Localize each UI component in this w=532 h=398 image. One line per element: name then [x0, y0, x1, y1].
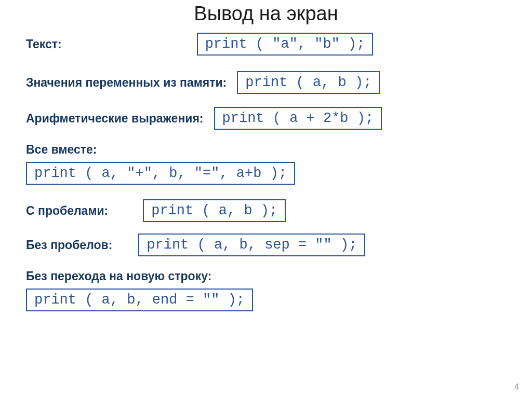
row-text: Текст: print ( "a", "b" ); [26, 33, 506, 56]
page-number: 4 [514, 382, 519, 392]
label-with-spaces: С пробелами: [26, 204, 108, 218]
label-arithmetic: Арифметические выражения: [26, 112, 204, 126]
code-without-spaces: print ( a, b, sep = "" ); [138, 234, 365, 256]
row-combined-code: print ( a, "+", b, "=", a+b ); [26, 162, 506, 185]
code-with-spaces: print ( a, b ); [143, 199, 286, 222]
row-no-newline-code: print ( a, b, end = "" ); [26, 289, 506, 311]
code-combined: print ( a, "+", b, "=", a+b ); [26, 162, 295, 185]
label-combined: Все вместе: [26, 143, 506, 157]
code-arithmetic: print ( a + 2*b ); [214, 107, 382, 130]
label-variables: Значения переменных из памяти: [26, 76, 227, 90]
code-variables: print ( a, b ); [237, 71, 380, 94]
row-without-spaces: Без пробелов: print ( a, b, sep = "" ); [26, 234, 506, 256]
label-without-spaces: Без пробелов: [26, 238, 112, 252]
label-no-newline: Без перехода на новую строку: [26, 269, 506, 283]
row-with-spaces: С пробелами: print ( a, b ); [26, 199, 506, 222]
content-area: Текст: print ( "a", "b" ); Значения пере… [0, 33, 532, 311]
label-text: Текст: [26, 37, 62, 51]
code-text: print ( "a", "b" ); [197, 33, 374, 56]
row-variables: Значения переменных из памяти: print ( a… [26, 71, 506, 94]
code-no-newline: print ( a, b, end = "" ); [26, 289, 253, 311]
slide-title: Вывод на экран [0, 0, 532, 33]
row-arithmetic: Арифметические выражения: print ( a + 2*… [26, 107, 506, 130]
